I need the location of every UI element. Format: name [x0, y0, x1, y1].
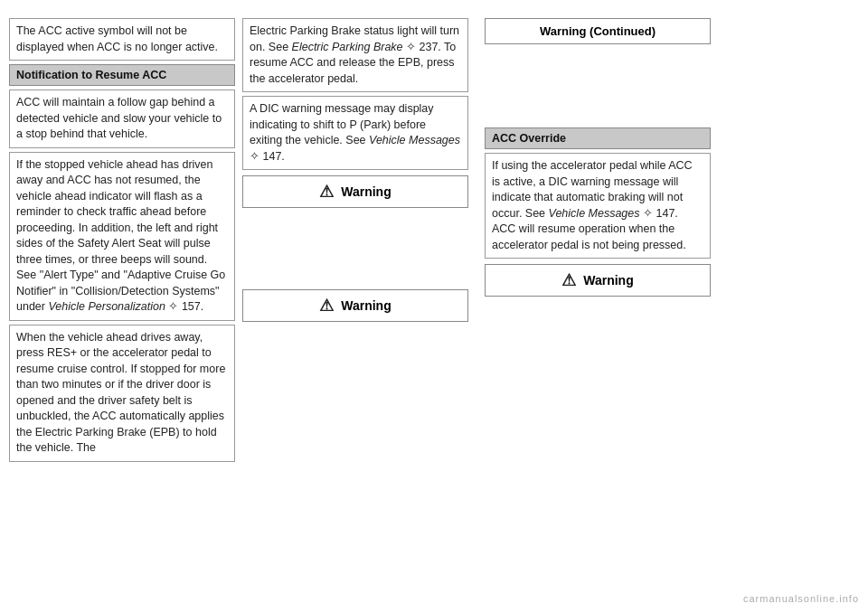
left-text-2: ACC will maintain a follow gap behind a …	[16, 96, 222, 140]
warning-label-1: Warning	[341, 184, 391, 199]
middle-column: Electric Parking Brake status light will…	[242, 18, 468, 604]
warning-icon-2: ⚠	[319, 296, 334, 316]
right-spacer-top	[485, 52, 711, 124]
middle-text-1: Electric Parking Brake status light will…	[250, 24, 459, 85]
warning-label-3: Warning	[583, 273, 633, 288]
acc-override-label: ACC Override	[492, 132, 566, 145]
left-text-4: When the vehicle ahead drives away, pres…	[16, 331, 225, 455]
warning-icon-3: ⚠	[561, 270, 576, 290]
left-block-2: ACC will maintain a follow gap behind a …	[9, 90, 235, 148]
right-header-label: Warning (Continued)	[540, 24, 656, 38]
notification-resume-acc-header: Notification to Resume ACC	[9, 64, 235, 86]
page: The ACC active symbol will not be displa…	[0, 0, 868, 613]
left-block-3: If the stopped vehicle ahead has driven …	[9, 152, 235, 321]
left-block-4: When the vehicle ahead drives away, pres…	[9, 325, 235, 462]
middle-block-2: A DIC warning message may display indica…	[242, 96, 468, 170]
left-column: The ACC active symbol will not be displa…	[9, 18, 235, 604]
warning-continued-header: Warning (Continued)	[485, 18, 711, 44]
left-text-1: The ACC active symbol will not be displa…	[16, 24, 218, 53]
middle-text-2: A DIC warning message may display indica…	[250, 102, 460, 163]
middle-spacer	[242, 212, 468, 284]
right-warning: ⚠ Warning	[485, 264, 711, 297]
left-block-1: The ACC active symbol will not be displa…	[9, 18, 235, 61]
watermark: carmanualsonline.info	[743, 593, 859, 604]
left-text-3: If the stopped vehicle ahead has driven …	[16, 158, 225, 314]
middle-warning-1: ⚠ Warning	[242, 175, 468, 208]
acc-override-block: If using the accelerator pedal while ACC…	[485, 153, 711, 259]
middle-block-1: Electric Parking Brake status light will…	[242, 18, 468, 92]
section-header-label: Notification to Resume ACC	[16, 69, 166, 81]
acc-override-header: ACC Override	[485, 127, 711, 149]
warning-icon-1: ⚠	[319, 182, 334, 202]
content-area: The ACC active symbol will not be displa…	[0, 0, 868, 613]
acc-override-text: If using the accelerator pedal while ACC…	[492, 159, 693, 251]
middle-warning-2: ⚠ Warning	[242, 289, 468, 322]
warning-label-2: Warning	[341, 298, 391, 313]
right-column: Warning (Continued) ACC Override If usin…	[485, 18, 711, 604]
